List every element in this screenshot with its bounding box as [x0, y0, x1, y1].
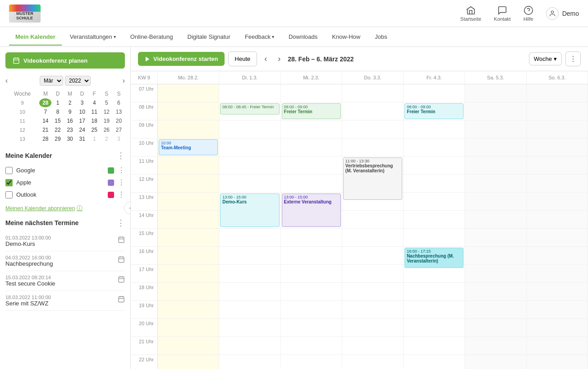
- cal-day[interactable]: 1: [88, 134, 101, 143]
- plan-video-button[interactable]: Videokonferenz planen: [5, 52, 125, 69]
- day-cell[interactable]: [342, 229, 404, 246]
- cal-day[interactable]: 19: [101, 116, 113, 125]
- day-cell[interactable]: [342, 283, 404, 300]
- day-cell[interactable]: [158, 319, 219, 337]
- day-cell[interactable]: [527, 319, 588, 337]
- more-options-button[interactable]: ⋮: [565, 51, 581, 66]
- day-cell[interactable]: 08:00 - 09:00 Freier Termin: [404, 102, 465, 120]
- day-cell[interactable]: [527, 337, 588, 355]
- cal-day[interactable]: 9: [64, 107, 76, 116]
- day-cell[interactable]: [219, 175, 280, 192]
- cal-day[interactable]: 16: [64, 116, 76, 125]
- day-cell[interactable]: [527, 211, 588, 228]
- day-cell[interactable]: [527, 301, 588, 318]
- day-cell[interactable]: [158, 193, 219, 210]
- cal-day[interactable]: 25: [88, 125, 101, 134]
- day-cell[interactable]: [219, 355, 280, 369]
- day-cell[interactable]: [342, 120, 404, 138]
- day-cell[interactable]: [527, 138, 588, 156]
- cal-day[interactable]: 7: [39, 107, 51, 116]
- day-cell[interactable]: [158, 247, 219, 264]
- day-cell[interactable]: [281, 175, 342, 192]
- week-number[interactable]: 13: [5, 134, 39, 143]
- day-cell[interactable]: [219, 247, 280, 264]
- day-cell[interactable]: [281, 247, 342, 264]
- cal-day[interactable]: 28: [39, 98, 51, 107]
- day-cell[interactable]: [465, 193, 526, 210]
- day-cell[interactable]: [404, 283, 465, 300]
- day-cell[interactable]: [219, 229, 280, 246]
- nav-digitale-signatur[interactable]: Digitale Signatur: [181, 29, 237, 45]
- apple-label[interactable]: Apple: [16, 179, 104, 186]
- outlook-label[interactable]: Outlook: [16, 191, 104, 198]
- cal-day[interactable]: 2: [64, 98, 76, 107]
- outlook-checkbox[interactable]: [5, 191, 13, 198]
- nav-veranstaltungen[interactable]: Veranstaltungen ▾: [64, 29, 122, 45]
- calendar-event[interactable]: 13:00 - 15:00 Demo-Kurs: [220, 194, 279, 227]
- day-cell[interactable]: [158, 84, 219, 102]
- cal-day[interactable]: 27: [113, 125, 125, 134]
- cal-day[interactable]: 29: [51, 134, 64, 143]
- my-calendars-menu[interactable]: ⋮: [117, 151, 125, 161]
- day-cell[interactable]: [281, 301, 342, 318]
- day-cell[interactable]: [465, 283, 526, 300]
- day-cell[interactable]: [465, 120, 526, 138]
- day-cell[interactable]: [219, 157, 280, 174]
- nav-kontakt[interactable]: Kontakt: [494, 5, 510, 22]
- day-cell[interactable]: [342, 138, 404, 156]
- day-cell[interactable]: [465, 319, 526, 337]
- day-cell[interactable]: [281, 229, 342, 246]
- mini-cal-next[interactable]: ›: [123, 77, 125, 85]
- cal-day[interactable]: 8: [51, 107, 64, 116]
- day-cell[interactable]: [404, 175, 465, 192]
- day-cell[interactable]: [342, 301, 404, 318]
- cal-day[interactable]: 3: [113, 134, 125, 143]
- day-cell[interactable]: [527, 355, 588, 369]
- day-cell[interactable]: 13:00 - 15:00 Demo-Kurs: [219, 193, 280, 210]
- day-cell[interactable]: [158, 265, 219, 282]
- upcoming-event-item[interactable]: 01.03.2022 13:00:00 Demo-Kurs: [5, 231, 125, 251]
- day-cell[interactable]: [342, 265, 404, 282]
- nav-hilfe[interactable]: Hilfe: [524, 5, 533, 22]
- next-week-button[interactable]: ›: [274, 52, 284, 65]
- upcoming-event-item[interactable]: 04.03.2022 16:00:00 Nachbesprechung: [5, 251, 125, 271]
- week-number[interactable]: 10: [5, 107, 39, 116]
- day-cell[interactable]: [281, 337, 342, 355]
- google-checkbox[interactable]: [5, 167, 13, 174]
- day-cell[interactable]: [281, 355, 342, 369]
- today-button[interactable]: Heute: [228, 51, 257, 66]
- day-cell[interactable]: [527, 175, 588, 192]
- day-cell[interactable]: [281, 84, 342, 102]
- day-cell[interactable]: 08:00 - 08:45 - Freier Termin: [219, 102, 280, 120]
- day-cell[interactable]: [158, 102, 219, 120]
- day-cell[interactable]: [281, 157, 342, 174]
- day-cell[interactable]: 13:00 - 15:00 Externe Veranstaltung: [281, 193, 342, 210]
- cal-day[interactable]: 5: [101, 98, 113, 107]
- day-cell[interactable]: [158, 283, 219, 300]
- day-cell[interactable]: [404, 301, 465, 318]
- day-cell[interactable]: [465, 355, 526, 369]
- year-select[interactable]: 2020202120222023: [65, 76, 91, 86]
- calendar-event[interactable]: 08:00 - 08:45 - Freier Termin: [220, 103, 279, 115]
- day-cell[interactable]: [342, 337, 404, 355]
- day-cell[interactable]: [281, 283, 342, 300]
- day-cell[interactable]: [527, 265, 588, 282]
- apple-checkbox[interactable]: [5, 179, 13, 186]
- day-cell[interactable]: 11:00 - 13:30 Vertriebsbesprechung (M. V…: [342, 157, 404, 174]
- upcoming-event-item[interactable]: 15.03.2022 08:20:14 Test secure Cookie: [5, 271, 125, 291]
- nav-startseite[interactable]: Startseite: [460, 5, 481, 22]
- day-cell[interactable]: [219, 283, 280, 300]
- day-cell[interactable]: [342, 211, 404, 228]
- day-cell[interactable]: [527, 247, 588, 264]
- day-cell[interactable]: [527, 102, 588, 120]
- day-cell[interactable]: [465, 157, 526, 174]
- day-cell[interactable]: [465, 138, 526, 156]
- calendar-event[interactable]: 11:00 - 13:30 Vertriebsbesprechung (M. V…: [343, 157, 402, 200]
- day-cell[interactable]: [219, 301, 280, 318]
- cal-day[interactable]: 1: [51, 98, 64, 107]
- day-cell[interactable]: [158, 175, 219, 192]
- cal-day[interactable]: 4: [88, 98, 101, 107]
- logo[interactable]: MUSTERSCHULE: [9, 5, 41, 23]
- google-label[interactable]: Google: [16, 167, 104, 174]
- upcoming-event-item[interactable]: 18.03.2022 11:00:00 Serie mit SZ/WZ: [5, 291, 125, 311]
